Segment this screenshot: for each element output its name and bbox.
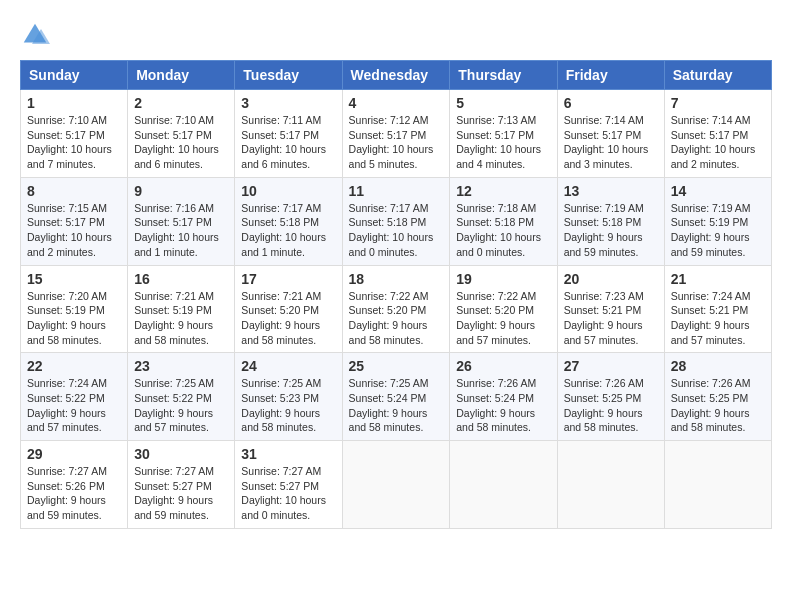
calendar-cell: 14 Sunrise: 7:19 AM Sunset: 5:19 PM Dayl…	[664, 177, 771, 265]
calendar-cell: 23 Sunrise: 7:25 AM Sunset: 5:22 PM Dayl…	[128, 353, 235, 441]
day-number: 7	[671, 95, 765, 111]
day-info: Sunrise: 7:19 AM Sunset: 5:19 PM Dayligh…	[671, 201, 765, 260]
calendar-cell: 24 Sunrise: 7:25 AM Sunset: 5:23 PM Dayl…	[235, 353, 342, 441]
day-info: Sunrise: 7:17 AM Sunset: 5:18 PM Dayligh…	[349, 201, 444, 260]
day-info: Sunrise: 7:14 AM Sunset: 5:17 PM Dayligh…	[671, 113, 765, 172]
calendar-cell: 5 Sunrise: 7:13 AM Sunset: 5:17 PM Dayli…	[450, 90, 557, 178]
day-number: 3	[241, 95, 335, 111]
day-number: 1	[27, 95, 121, 111]
week-row-4: 22 Sunrise: 7:24 AM Sunset: 5:22 PM Dayl…	[21, 353, 772, 441]
day-number: 6	[564, 95, 658, 111]
day-info: Sunrise: 7:21 AM Sunset: 5:19 PM Dayligh…	[134, 289, 228, 348]
day-number: 5	[456, 95, 550, 111]
day-number: 16	[134, 271, 228, 287]
day-info: Sunrise: 7:26 AM Sunset: 5:24 PM Dayligh…	[456, 376, 550, 435]
day-number: 2	[134, 95, 228, 111]
day-number: 14	[671, 183, 765, 199]
calendar-cell: 27 Sunrise: 7:26 AM Sunset: 5:25 PM Dayl…	[557, 353, 664, 441]
day-header-thursday: Thursday	[450, 61, 557, 90]
calendar-cell: 16 Sunrise: 7:21 AM Sunset: 5:19 PM Dayl…	[128, 265, 235, 353]
day-number: 8	[27, 183, 121, 199]
day-info: Sunrise: 7:20 AM Sunset: 5:19 PM Dayligh…	[27, 289, 121, 348]
day-info: Sunrise: 7:17 AM Sunset: 5:18 PM Dayligh…	[241, 201, 335, 260]
day-info: Sunrise: 7:26 AM Sunset: 5:25 PM Dayligh…	[564, 376, 658, 435]
day-info: Sunrise: 7:22 AM Sunset: 5:20 PM Dayligh…	[349, 289, 444, 348]
calendar-cell: 3 Sunrise: 7:11 AM Sunset: 5:17 PM Dayli…	[235, 90, 342, 178]
calendar-body: 1 Sunrise: 7:10 AM Sunset: 5:17 PM Dayli…	[21, 90, 772, 529]
day-info: Sunrise: 7:25 AM Sunset: 5:23 PM Dayligh…	[241, 376, 335, 435]
day-info: Sunrise: 7:19 AM Sunset: 5:18 PM Dayligh…	[564, 201, 658, 260]
day-number: 23	[134, 358, 228, 374]
day-info: Sunrise: 7:13 AM Sunset: 5:17 PM Dayligh…	[456, 113, 550, 172]
day-number: 24	[241, 358, 335, 374]
day-number: 13	[564, 183, 658, 199]
calendar-cell	[557, 441, 664, 529]
day-info: Sunrise: 7:18 AM Sunset: 5:18 PM Dayligh…	[456, 201, 550, 260]
day-info: Sunrise: 7:25 AM Sunset: 5:22 PM Dayligh…	[134, 376, 228, 435]
day-number: 15	[27, 271, 121, 287]
week-row-1: 1 Sunrise: 7:10 AM Sunset: 5:17 PM Dayli…	[21, 90, 772, 178]
day-number: 21	[671, 271, 765, 287]
calendar-cell: 8 Sunrise: 7:15 AM Sunset: 5:17 PM Dayli…	[21, 177, 128, 265]
day-number: 9	[134, 183, 228, 199]
day-number: 20	[564, 271, 658, 287]
day-info: Sunrise: 7:16 AM Sunset: 5:17 PM Dayligh…	[134, 201, 228, 260]
day-number: 27	[564, 358, 658, 374]
calendar-cell: 30 Sunrise: 7:27 AM Sunset: 5:27 PM Dayl…	[128, 441, 235, 529]
calendar-table: SundayMondayTuesdayWednesdayThursdayFrid…	[20, 60, 772, 529]
day-info: Sunrise: 7:15 AM Sunset: 5:17 PM Dayligh…	[27, 201, 121, 260]
calendar-cell: 17 Sunrise: 7:21 AM Sunset: 5:20 PM Dayl…	[235, 265, 342, 353]
day-info: Sunrise: 7:26 AM Sunset: 5:25 PM Dayligh…	[671, 376, 765, 435]
calendar-cell: 19 Sunrise: 7:22 AM Sunset: 5:20 PM Dayl…	[450, 265, 557, 353]
calendar-cell: 18 Sunrise: 7:22 AM Sunset: 5:20 PM Dayl…	[342, 265, 450, 353]
day-number: 4	[349, 95, 444, 111]
calendar-cell: 7 Sunrise: 7:14 AM Sunset: 5:17 PM Dayli…	[664, 90, 771, 178]
day-number: 19	[456, 271, 550, 287]
day-header-sunday: Sunday	[21, 61, 128, 90]
week-row-2: 8 Sunrise: 7:15 AM Sunset: 5:17 PM Dayli…	[21, 177, 772, 265]
calendar-cell	[450, 441, 557, 529]
calendar-cell: 22 Sunrise: 7:24 AM Sunset: 5:22 PM Dayl…	[21, 353, 128, 441]
day-info: Sunrise: 7:23 AM Sunset: 5:21 PM Dayligh…	[564, 289, 658, 348]
calendar-cell: 21 Sunrise: 7:24 AM Sunset: 5:21 PM Dayl…	[664, 265, 771, 353]
day-number: 30	[134, 446, 228, 462]
day-header-saturday: Saturday	[664, 61, 771, 90]
calendar-cell: 12 Sunrise: 7:18 AM Sunset: 5:18 PM Dayl…	[450, 177, 557, 265]
day-header-wednesday: Wednesday	[342, 61, 450, 90]
calendar-cell: 1 Sunrise: 7:10 AM Sunset: 5:17 PM Dayli…	[21, 90, 128, 178]
calendar-cell: 4 Sunrise: 7:12 AM Sunset: 5:17 PM Dayli…	[342, 90, 450, 178]
week-row-3: 15 Sunrise: 7:20 AM Sunset: 5:19 PM Dayl…	[21, 265, 772, 353]
day-info: Sunrise: 7:24 AM Sunset: 5:22 PM Dayligh…	[27, 376, 121, 435]
calendar-cell: 13 Sunrise: 7:19 AM Sunset: 5:18 PM Dayl…	[557, 177, 664, 265]
day-info: Sunrise: 7:11 AM Sunset: 5:17 PM Dayligh…	[241, 113, 335, 172]
day-info: Sunrise: 7:27 AM Sunset: 5:27 PM Dayligh…	[134, 464, 228, 523]
calendar-cell: 26 Sunrise: 7:26 AM Sunset: 5:24 PM Dayl…	[450, 353, 557, 441]
day-info: Sunrise: 7:14 AM Sunset: 5:17 PM Dayligh…	[564, 113, 658, 172]
day-number: 26	[456, 358, 550, 374]
logo-icon	[20, 20, 50, 50]
logo	[20, 20, 54, 50]
day-info: Sunrise: 7:12 AM Sunset: 5:17 PM Dayligh…	[349, 113, 444, 172]
calendar-cell: 20 Sunrise: 7:23 AM Sunset: 5:21 PM Dayl…	[557, 265, 664, 353]
day-info: Sunrise: 7:10 AM Sunset: 5:17 PM Dayligh…	[134, 113, 228, 172]
day-number: 29	[27, 446, 121, 462]
day-info: Sunrise: 7:22 AM Sunset: 5:20 PM Dayligh…	[456, 289, 550, 348]
day-header-tuesday: Tuesday	[235, 61, 342, 90]
page-header	[20, 20, 772, 50]
calendar-header-row: SundayMondayTuesdayWednesdayThursdayFrid…	[21, 61, 772, 90]
day-number: 22	[27, 358, 121, 374]
calendar-cell	[342, 441, 450, 529]
week-row-5: 29 Sunrise: 7:27 AM Sunset: 5:26 PM Dayl…	[21, 441, 772, 529]
calendar-cell: 15 Sunrise: 7:20 AM Sunset: 5:19 PM Dayl…	[21, 265, 128, 353]
day-info: Sunrise: 7:21 AM Sunset: 5:20 PM Dayligh…	[241, 289, 335, 348]
day-number: 25	[349, 358, 444, 374]
day-info: Sunrise: 7:27 AM Sunset: 5:26 PM Dayligh…	[27, 464, 121, 523]
day-number: 31	[241, 446, 335, 462]
calendar-cell: 6 Sunrise: 7:14 AM Sunset: 5:17 PM Dayli…	[557, 90, 664, 178]
calendar-cell: 11 Sunrise: 7:17 AM Sunset: 5:18 PM Dayl…	[342, 177, 450, 265]
day-number: 18	[349, 271, 444, 287]
calendar-cell: 28 Sunrise: 7:26 AM Sunset: 5:25 PM Dayl…	[664, 353, 771, 441]
calendar-cell: 9 Sunrise: 7:16 AM Sunset: 5:17 PM Dayli…	[128, 177, 235, 265]
calendar-cell: 2 Sunrise: 7:10 AM Sunset: 5:17 PM Dayli…	[128, 90, 235, 178]
day-number: 17	[241, 271, 335, 287]
